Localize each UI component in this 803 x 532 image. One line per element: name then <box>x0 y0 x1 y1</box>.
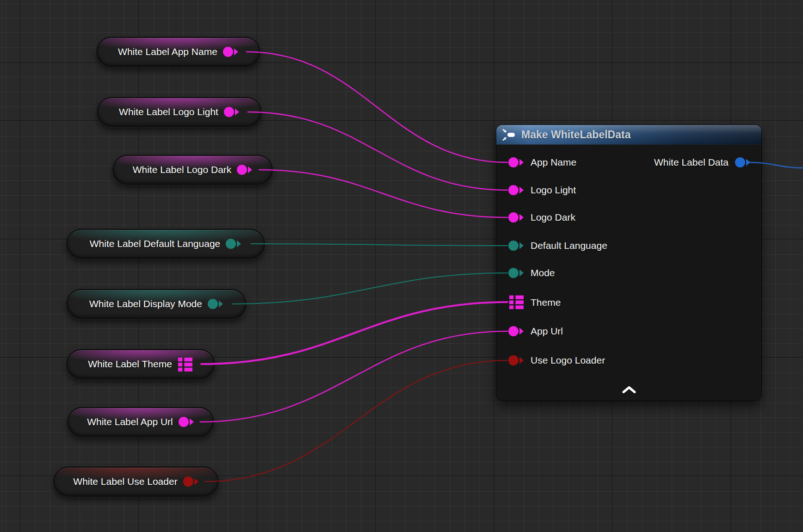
getter-node-label: White Label App Url <box>87 416 173 427</box>
getter-node-white-label-default-language[interactable]: White Label Default Language <box>66 229 265 259</box>
getter-node-label: White Label Default Language <box>90 238 221 249</box>
blueprint-graph-canvas[interactable]: White Label App NameWhite Label Logo Lig… <box>0 0 803 532</box>
mode-input-pin-icon[interactable] <box>508 267 524 278</box>
getter-node-label: White Label Use Loader <box>73 476 177 487</box>
getter-node-white-label-app-url[interactable]: White Label App Url <box>67 407 214 437</box>
wire-white-label-app-url-to-app-url[interactable] <box>200 331 507 422</box>
wire-white-label-default-language-to-default-language[interactable] <box>251 244 507 246</box>
app-url-input-pin-icon[interactable] <box>508 326 524 337</box>
white-label-default-language-output-pin-icon[interactable] <box>226 238 241 249</box>
make-struct-icon <box>502 129 516 141</box>
wire-white-label-logo-dark-to-logo-dark[interactable] <box>259 170 507 217</box>
input-pin-label: Theme <box>531 297 561 308</box>
white-label-logo-light-output-pin-icon[interactable] <box>224 106 240 118</box>
input-row-theme: Theme <box>508 295 561 309</box>
chevron-up-icon[interactable] <box>622 386 636 395</box>
make-whitelabeldata-node[interactable]: Make WhiteLabelDataApp NameLogo LightLog… <box>496 125 761 401</box>
wire-white-label-logo-light-to-logo-light[interactable] <box>248 112 507 190</box>
use-logo-loader-input-pin-icon[interactable] <box>508 355 524 366</box>
input-row-mode: Mode <box>508 267 555 278</box>
getter-node-label: White Label Theme <box>88 359 172 370</box>
input-pin-label: Logo Light <box>531 185 576 196</box>
white-label-theme-output-pin-icon[interactable] <box>178 357 193 371</box>
input-pin-label: App Url <box>531 326 563 337</box>
white-label-display-mode-output-pin-icon[interactable] <box>208 298 223 309</box>
white-label-app-url-output-pin-icon[interactable] <box>179 416 194 427</box>
input-pin-label: Logo Dark <box>531 212 575 223</box>
input-row-logo-dark: Logo Dark <box>508 212 575 223</box>
input-row-logo-light: Logo Light <box>508 185 576 196</box>
input-pin-label: Default Language <box>531 240 607 251</box>
getter-node-white-label-use-loader[interactable]: White Label Use Loader <box>53 466 219 497</box>
node-title: Make WhiteLabelData <box>521 129 630 141</box>
getter-node-white-label-logo-light[interactable]: White Label Logo Light <box>97 97 262 127</box>
input-row-default-language: Default Language <box>508 240 607 251</box>
wire-white-label-theme-to-theme[interactable] <box>201 302 507 364</box>
getter-node-white-label-display-mode[interactable]: White Label Display Mode <box>66 289 247 319</box>
getter-node-label: White Label Display Mode <box>89 298 202 309</box>
getter-node-label: White Label Logo Dark <box>133 164 232 175</box>
input-pin-label: Use Logo Loader <box>531 355 605 366</box>
input-row-app-name: App Name <box>508 157 576 168</box>
wire-white-label-display-mode-to-mode[interactable] <box>233 273 507 304</box>
node-header[interactable]: Make WhiteLabelData <box>496 125 761 145</box>
input-row-use-logo-loader: Use Logo Loader <box>508 355 605 366</box>
theme-input-pin-icon[interactable] <box>508 295 524 309</box>
white-label-use-loader-output-pin-icon[interactable] <box>183 476 199 487</box>
input-pin-label: Mode <box>531 267 555 278</box>
getter-node-label: White Label Logo Light <box>119 106 218 118</box>
getter-node-label: White Label App Name <box>118 46 217 57</box>
wire-white-label-app-name-to-app-name[interactable] <box>247 52 507 162</box>
white-label-logo-dark-output-pin-icon[interactable] <box>237 164 253 175</box>
getter-node-white-label-theme[interactable]: White Label Theme <box>66 349 215 379</box>
logo-dark-input-pin-icon[interactable] <box>508 212 524 223</box>
wire-white-label-use-loader-to-use-logo-loader[interactable] <box>205 360 507 482</box>
white-label-app-name-output-pin-icon[interactable] <box>223 46 239 57</box>
output-pin-label: White Label Data <box>654 157 729 168</box>
app-name-input-pin-icon[interactable] <box>508 157 524 168</box>
getter-node-white-label-logo-dark[interactable]: White Label Logo Dark <box>112 155 273 185</box>
white-label-data-output-pin-icon[interactable] <box>735 157 751 168</box>
output-row-white-label-data: White Label Data <box>654 157 751 168</box>
getter-node-white-label-app-name[interactable]: White Label App Name <box>96 37 260 67</box>
logo-light-input-pin-icon[interactable] <box>508 185 524 196</box>
input-pin-label: App Name <box>531 157 576 168</box>
input-row-app-url: App Url <box>508 326 563 337</box>
default-language-input-pin-icon[interactable] <box>508 240 524 251</box>
